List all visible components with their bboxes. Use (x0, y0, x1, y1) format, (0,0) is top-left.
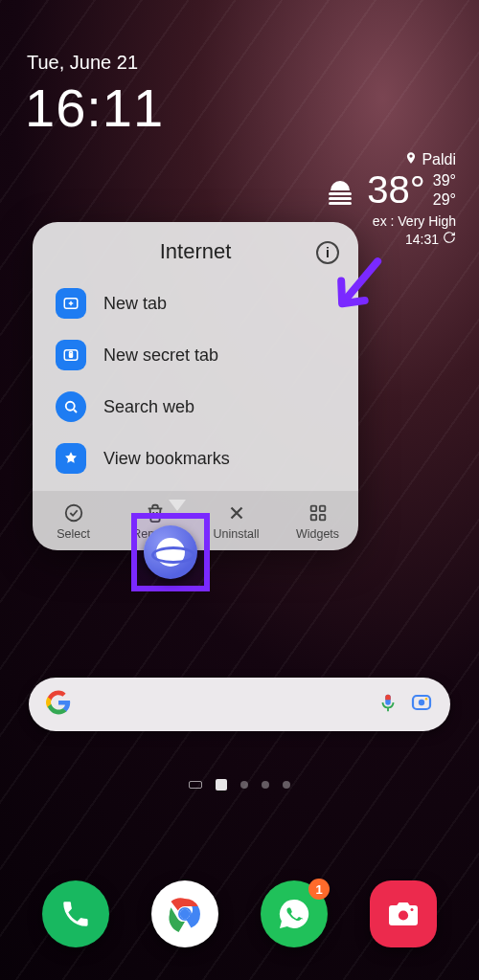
svg-rect-2 (329, 202, 352, 205)
svg-point-6 (66, 402, 75, 411)
menu-item-search-web[interactable]: Search web (33, 381, 358, 433)
menu-item-label: New tab (103, 294, 167, 314)
svg-rect-9 (319, 506, 325, 512)
action-widgets[interactable]: Widgets (277, 491, 358, 550)
home-page-indicator[interactable] (0, 779, 479, 791)
svg-point-13 (419, 700, 424, 705)
new-tab-icon (56, 288, 86, 319)
svg-point-14 (425, 698, 427, 700)
svg-point-19 (399, 910, 408, 920)
menu-item-label: Search web (103, 397, 194, 417)
secret-tab-icon (56, 340, 86, 370)
menu-item-secret-tab[interactable]: New secret tab (33, 329, 358, 381)
pager-current-icon (216, 779, 227, 791)
action-label: Widgets (296, 527, 339, 541)
svg-rect-5 (70, 354, 73, 358)
svg-point-20 (411, 908, 414, 911)
bookmark-icon (56, 443, 86, 474)
action-label: Uninstall (214, 527, 260, 541)
svg-point-18 (180, 909, 190, 919)
whatsapp-app-icon[interactable]: 1 (261, 880, 328, 947)
app-context-popup: Internet i New tab New secret tab Search… (33, 222, 358, 550)
dock: 1 (0, 880, 479, 947)
pager-tray-icon (189, 781, 202, 789)
camera-app-icon[interactable] (370, 880, 437, 947)
status-time: 16:11 (25, 77, 164, 139)
weather-temp: 38° (367, 168, 425, 212)
menu-item-label: View bookmarks (103, 449, 230, 469)
samsung-internet-app-icon[interactable] (144, 525, 197, 579)
popup-title: Internet (160, 239, 232, 263)
phone-app-icon[interactable] (42, 880, 109, 947)
svg-rect-10 (310, 515, 316, 521)
action-label: Select (57, 527, 90, 541)
svg-point-7 (65, 505, 81, 522)
fog-icon (321, 171, 359, 210)
select-icon (63, 502, 84, 523)
weather-low: 29° (433, 190, 456, 209)
pager-dot (240, 781, 248, 789)
weather-updated: 14:31 (405, 232, 439, 247)
location-pin-icon (404, 151, 418, 168)
close-icon (226, 502, 247, 523)
svg-rect-0 (329, 192, 352, 195)
menu-item-new-tab[interactable]: New tab (33, 278, 358, 329)
pager-dot (262, 781, 269, 789)
action-select[interactable]: Select (33, 491, 114, 550)
svg-rect-1 (329, 197, 352, 200)
chrome-app-icon[interactable] (151, 880, 218, 947)
google-search-bar[interactable] (29, 678, 450, 731)
weather-location: Paldi (422, 151, 456, 168)
pager-dot (283, 781, 290, 789)
status-date: Tue, June 21 (27, 52, 138, 74)
refresh-icon[interactable] (443, 231, 456, 247)
lens-icon[interactable] (410, 691, 433, 718)
svg-rect-11 (319, 515, 325, 521)
popup-pointer (169, 500, 186, 511)
planet-icon (156, 538, 185, 567)
google-logo-icon (46, 690, 71, 719)
search-icon (56, 391, 86, 422)
widgets-icon (308, 502, 329, 523)
weather-high: 39° (433, 171, 456, 189)
notification-badge: 1 (308, 879, 330, 900)
mic-icon[interactable] (377, 692, 399, 717)
menu-item-label: New secret tab (103, 345, 218, 366)
menu-item-bookmarks[interactable]: View bookmarks (33, 433, 358, 491)
svg-rect-8 (310, 506, 316, 512)
